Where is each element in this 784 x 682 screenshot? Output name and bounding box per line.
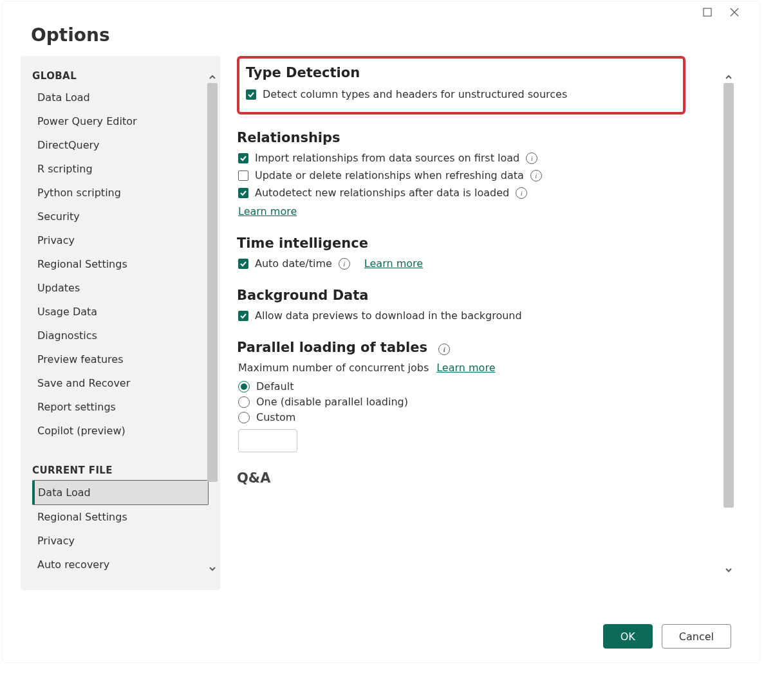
radio-row-one: One (disable parallel loading) (238, 396, 712, 408)
checkbox-label: Autodetect new relationships after data … (255, 187, 509, 199)
sidebar-item-privacy-global[interactable]: Privacy (32, 228, 209, 252)
section-title-qa: Q&A (237, 470, 712, 486)
sidebar-item-directquery[interactable]: DirectQuery (32, 133, 209, 157)
radio-label: One (disable parallel loading) (256, 396, 408, 408)
radio-row-default: Default (238, 380, 712, 392)
checkbox-row-detect-column-types: Detect column types and headers for unst… (246, 88, 567, 100)
radio-label: Default (256, 380, 294, 392)
content-scroll-thumb[interactable] (723, 83, 734, 508)
info-icon[interactable]: i (526, 152, 537, 164)
section-title-parallel-loading: Parallel loading of tables i (237, 340, 712, 355)
sidebar-item-file-privacy[interactable]: Privacy (32, 529, 209, 553)
options-content: Type Detection Detect column types and h… (237, 56, 731, 590)
link-time-intel-learn-more[interactable]: Learn more (364, 257, 423, 270)
sidebar-item-power-query-editor[interactable]: Power Query Editor (32, 109, 209, 133)
chevron-up-icon[interactable] (207, 71, 218, 83)
checkbox-label: Allow data previews to download in the b… (255, 309, 522, 322)
checkbox-label: Detect column types and headers for unst… (263, 88, 567, 100)
section-title-type-detection: Type Detection (246, 65, 567, 80)
sidebar-item-save-and-recover[interactable]: Save and Recover (32, 371, 209, 395)
window-controls (702, 6, 740, 18)
sidebar-item-file-data-load[interactable]: Data Load (32, 480, 209, 505)
highlight-type-detection: Type Detection Detect column types and h… (237, 56, 686, 115)
section-title-text: Parallel loading of tables (237, 340, 427, 355)
sidebar-group-current-file: CURRENT FILE (32, 459, 209, 480)
dialog-header: Options (3, 1, 760, 51)
svg-rect-0 (704, 8, 711, 16)
sidebar-item-global-data-load[interactable]: Data Load (32, 86, 209, 109)
radio-default[interactable] (238, 381, 250, 392)
sub-label-text: Maximum number of concurrent jobs (238, 362, 429, 374)
sidebar-item-report-settings[interactable]: Report settings (32, 395, 209, 419)
info-icon[interactable]: i (339, 258, 350, 270)
chevron-up-icon[interactable] (723, 71, 734, 83)
section-background-data: Background Data Allow data previews to d… (237, 288, 712, 322)
checkbox-label: Auto date/time (255, 257, 332, 270)
sidebar-group-global: GLOBAL (32, 65, 209, 86)
checkbox-row-update-relationships: Update or delete relationships when refr… (238, 169, 712, 181)
checkbox-import-relationships[interactable] (238, 153, 248, 163)
checkbox-background-download[interactable] (238, 311, 248, 321)
parallel-sub-label: Maximum number of concurrent jobs Learn … (238, 362, 712, 374)
checkbox-auto-date-time[interactable] (238, 259, 248, 269)
link-parallel-learn-more[interactable]: Learn more (436, 362, 495, 374)
ok-button[interactable]: OK (603, 624, 653, 649)
info-icon[interactable]: i (438, 344, 450, 355)
chevron-down-icon[interactable] (723, 564, 734, 576)
sidebar-item-python-scripting[interactable]: Python scripting (32, 181, 209, 205)
sidebar-item-preview-features[interactable]: Preview features (32, 347, 209, 371)
checkbox-row-import-relationships: Import relationships from data sources o… (238, 152, 712, 164)
checkbox-label: Import relationships from data sources o… (255, 152, 519, 164)
dialog-footer: OK Cancel (603, 624, 731, 649)
info-icon[interactable]: i (516, 187, 527, 199)
sidebar-item-regional-settings-global[interactable]: Regional Settings (32, 252, 209, 276)
sidebar-item-file-regional-settings[interactable]: Regional Settings (32, 505, 209, 529)
options-content-wrap: Type Detection Detect column types and h… (237, 56, 731, 591)
sidebar-item-file-auto-recovery[interactable]: Auto recovery (32, 553, 209, 576)
maximize-icon[interactable] (702, 6, 713, 18)
sidebar-item-security[interactable]: Security (32, 205, 209, 228)
sidebar-item-copilot-preview[interactable]: Copilot (preview) (32, 419, 209, 443)
checkbox-detect-column-types[interactable] (246, 89, 256, 100)
section-title-relationships: Relationships (237, 130, 712, 145)
checkbox-update-relationships[interactable] (238, 170, 248, 181)
chevron-down-icon[interactable] (207, 563, 218, 575)
sidebar-item-diagnostics[interactable]: Diagnostics (32, 324, 209, 347)
custom-jobs-input[interactable] (238, 429, 297, 452)
section-qa: Q&A (237, 470, 712, 486)
section-title-background-data: Background Data (237, 288, 712, 303)
section-title-time-intelligence: Time intelligence (237, 235, 712, 251)
section-relationships: Relationships Import relationships from … (237, 130, 712, 217)
checkbox-row-autodetect-relationships: Autodetect new relationships after data … (238, 187, 712, 199)
content-scrollbar[interactable] (722, 71, 735, 576)
link-relationships-learn-more[interactable]: Learn more (238, 205, 297, 217)
radio-one[interactable] (238, 396, 250, 408)
checkbox-label: Update or delete relationships when refr… (255, 169, 524, 181)
sidebar-item-r-scripting[interactable]: R scripting (32, 157, 209, 181)
radio-row-custom: Custom (238, 411, 712, 423)
cancel-button[interactable]: Cancel (662, 624, 731, 649)
dialog-title: Options (31, 24, 731, 46)
checkbox-row-background-download: Allow data previews to download in the b… (238, 309, 712, 322)
sidebar-scrollbar[interactable] (206, 71, 219, 575)
sidebar-item-usage-data[interactable]: Usage Data (32, 300, 209, 324)
radio-label: Custom (256, 411, 295, 423)
dialog-body: GLOBAL Data Load Power Query Editor Dire… (3, 51, 760, 591)
sidebar-scroll-thumb[interactable] (207, 83, 218, 482)
checkbox-autodetect-relationships[interactable] (238, 188, 248, 198)
section-time-intelligence: Time intelligence Auto date/time i Learn… (237, 235, 712, 270)
sidebar-item-updates[interactable]: Updates (32, 276, 209, 300)
checkbox-row-auto-date-time: Auto date/time i Learn more (238, 257, 712, 270)
options-sidebar: GLOBAL Data Load Power Query Editor Dire… (21, 56, 220, 590)
info-icon[interactable]: i (530, 170, 542, 181)
close-icon[interactable] (729, 6, 740, 18)
radio-custom[interactable] (238, 412, 250, 423)
options-dialog: Options GLOBAL Data Load Power Query Edi… (3, 1, 760, 663)
section-parallel-loading: Parallel loading of tables i Maximum num… (237, 340, 712, 452)
